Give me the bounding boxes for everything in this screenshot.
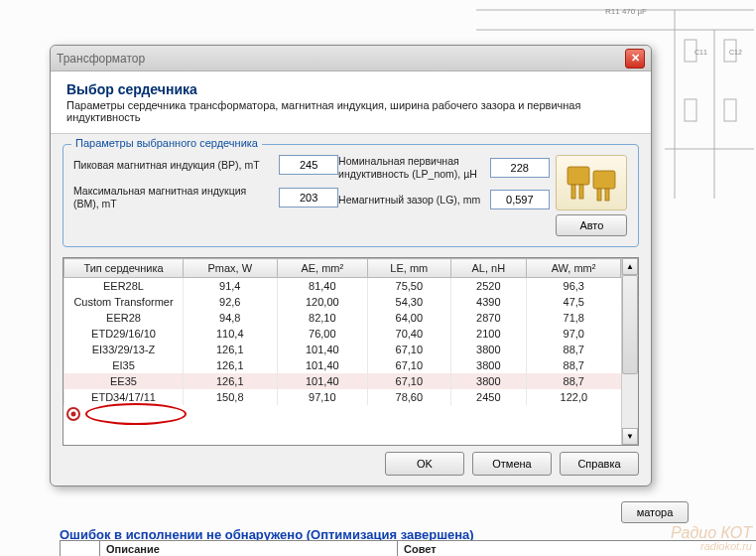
table-cell: EER28L bbox=[64, 278, 184, 295]
col-header[interactable]: Pmax, W bbox=[184, 259, 278, 278]
svg-rect-17 bbox=[605, 189, 609, 201]
table-cell: 101,40 bbox=[277, 342, 368, 357]
table-cell: 120,00 bbox=[277, 294, 368, 310]
table-row[interactable]: EER28L91,481,4075,50252096,3 bbox=[64, 278, 621, 295]
table-cell: 2870 bbox=[450, 310, 527, 326]
table-cell: 101,40 bbox=[277, 373, 368, 389]
cancel-button[interactable]: Отмена bbox=[472, 452, 552, 476]
table-cell: 97,0 bbox=[527, 326, 621, 342]
table-cell: 88,7 bbox=[527, 373, 621, 389]
col-description: Описание bbox=[100, 541, 398, 557]
svg-text:C11: C11 bbox=[694, 49, 707, 56]
table-cell: 88,7 bbox=[527, 342, 621, 357]
svg-rect-12 bbox=[567, 167, 589, 185]
table-scrollbar[interactable]: ▲ ▼ bbox=[621, 258, 638, 445]
table-cell: 2520 bbox=[450, 278, 527, 295]
table-cell: 126,1 bbox=[184, 357, 278, 373]
target-icon bbox=[65, 406, 81, 422]
table-row[interactable]: EER2894,882,1064,00287071,8 bbox=[64, 310, 621, 326]
status-table: Описание Совет bbox=[60, 540, 756, 556]
table-cell: 47,5 bbox=[527, 294, 621, 310]
table-cell: 94,8 bbox=[184, 310, 278, 326]
col-header[interactable]: Тип сердечника bbox=[64, 259, 184, 278]
col-header[interactable]: LE, mm bbox=[368, 259, 451, 278]
svg-rect-14 bbox=[579, 185, 583, 199]
table-row[interactable]: EI35126,1101,4067,10380088,7 bbox=[64, 357, 621, 373]
table-cell: ETD34/17/11 bbox=[64, 389, 184, 405]
dialog-header: Выбор сердечника Параметры сердечника тр… bbox=[51, 71, 651, 134]
table-cell: 54,30 bbox=[368, 294, 451, 310]
table-cell: 67,10 bbox=[368, 373, 451, 389]
table-cell: 91,4 bbox=[184, 278, 278, 295]
header-description: Параметры сердечника трансформатора, маг… bbox=[66, 99, 635, 123]
close-icon: ✕ bbox=[631, 52, 640, 65]
background-tab[interactable]: матора bbox=[621, 501, 689, 523]
table-cell: 64,00 bbox=[368, 310, 451, 326]
table-cell: 70,40 bbox=[368, 326, 451, 342]
ok-button[interactable]: OK bbox=[385, 452, 464, 476]
svg-text:R11 470 µF: R11 470 µF bbox=[605, 7, 647, 16]
close-button[interactable]: ✕ bbox=[625, 49, 645, 69]
table-cell: EE35 bbox=[64, 373, 184, 389]
titlebar[interactable]: Трансформатор ✕ bbox=[51, 46, 651, 71]
lg-input[interactable] bbox=[490, 190, 550, 209]
table-cell: 97,10 bbox=[277, 389, 368, 405]
table-cell: 76,00 bbox=[277, 326, 368, 342]
table-cell: 122,0 bbox=[527, 389, 621, 405]
watermark: Радио КОТ radiokot.ru bbox=[671, 525, 752, 552]
table-row[interactable]: ETD34/17/11150,897,1078,602450122,0 bbox=[64, 389, 621, 405]
auto-button[interactable]: Авто bbox=[556, 214, 627, 236]
table-cell: 2450 bbox=[450, 389, 527, 405]
table-cell: 81,40 bbox=[277, 278, 368, 295]
table-cell: 71,8 bbox=[527, 310, 621, 326]
fieldset-legend: Параметры выбранного сердечника bbox=[71, 137, 262, 149]
svg-text:C12: C12 bbox=[729, 49, 742, 56]
table-cell: 126,1 bbox=[184, 373, 278, 389]
table-cell: 3800 bbox=[450, 342, 527, 357]
table-cell: EI35 bbox=[64, 357, 184, 373]
svg-rect-6 bbox=[685, 99, 696, 121]
table-cell: Custom Transformer bbox=[64, 294, 184, 310]
table-cell: 126,1 bbox=[184, 342, 278, 357]
svg-rect-7 bbox=[724, 99, 736, 121]
col-header[interactable]: AE, mm² bbox=[277, 259, 368, 278]
bp-label: Пиковая магнитная индукция (BP), mT bbox=[73, 159, 279, 172]
table-cell: EER28 bbox=[64, 310, 184, 326]
core-params-fieldset: Параметры выбранного сердечника Пиковая … bbox=[63, 144, 639, 247]
table-cell: 110,4 bbox=[184, 326, 278, 342]
svg-rect-15 bbox=[593, 171, 615, 189]
scroll-down-button[interactable]: ▼ bbox=[622, 428, 638, 445]
table-row[interactable]: ETD29/16/10110,476,0070,40210097,0 bbox=[64, 326, 621, 342]
help-button[interactable]: Справка bbox=[560, 452, 639, 476]
core-table: Тип сердечникаPmax, WAE, mm²LE, mmAL, nH… bbox=[63, 257, 639, 446]
table-cell: 3800 bbox=[450, 373, 527, 389]
table-cell: 96,3 bbox=[527, 278, 621, 295]
table-cell: 2100 bbox=[450, 326, 527, 342]
table-row[interactable]: EE35126,1101,4067,10380088,7 bbox=[64, 373, 621, 389]
svg-point-19 bbox=[71, 412, 76, 417]
col-header[interactable]: AL, nH bbox=[450, 259, 527, 278]
table-row[interactable]: Custom Transformer92,6120,0054,30439047,… bbox=[64, 294, 621, 310]
col-header[interactable]: AW, mm² bbox=[527, 259, 621, 278]
lp-label: Номинальная первичная индуктивность (LP_… bbox=[338, 155, 490, 180]
table-cell: 67,10 bbox=[368, 342, 451, 357]
table-cell: 92,6 bbox=[184, 294, 278, 310]
table-cell: 150,8 bbox=[184, 389, 278, 405]
svg-rect-16 bbox=[597, 189, 601, 201]
table-cell: ETD29/16/10 bbox=[64, 326, 184, 342]
bp-input[interactable] bbox=[279, 155, 338, 175]
table-cell: EI33/29/13-Z bbox=[64, 342, 184, 357]
table-cell: 4390 bbox=[450, 294, 527, 310]
bm-input[interactable] bbox=[279, 188, 338, 208]
header-title: Выбор сердечника bbox=[66, 81, 635, 97]
scroll-thumb[interactable] bbox=[622, 275, 638, 374]
table-cell: 78,60 bbox=[368, 389, 451, 405]
table-cell: 101,40 bbox=[277, 357, 368, 373]
table-cell: 75,50 bbox=[368, 278, 451, 295]
lp-input[interactable] bbox=[490, 158, 550, 178]
table-cell: 3800 bbox=[450, 357, 527, 373]
table-cell: 88,7 bbox=[527, 357, 621, 373]
scroll-up-button[interactable]: ▲ bbox=[622, 258, 638, 275]
table-row[interactable]: EI33/29/13-Z126,1101,4067,10380088,7 bbox=[64, 342, 621, 357]
window-title: Трансформатор bbox=[57, 52, 625, 66]
